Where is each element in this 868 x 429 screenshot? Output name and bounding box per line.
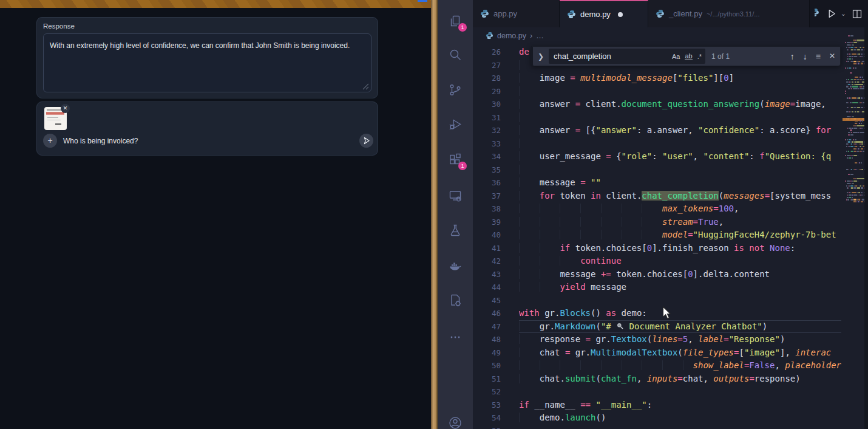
testing-icon[interactable] (448, 223, 463, 238)
python-icon (567, 10, 576, 19)
code-line-55[interactable]: 55 (473, 425, 868, 429)
whole-word-toggle[interactable]: ab (685, 52, 692, 60)
add-file-button[interactable]: + (43, 134, 57, 148)
breadcrumb[interactable]: demo.py › … (473, 27, 868, 44)
pane-divider[interactable] (431, 0, 438, 429)
tab-demo-py[interactable]: demo.py (560, 0, 648, 27)
code-line-51[interactable]: 51 chat.submit(chat_fn, inputs=chat, out… (473, 372, 868, 386)
vscode-window: 1 1 (438, 0, 868, 429)
explorer-icon[interactable]: 1 (448, 14, 463, 29)
run-dropdown-chevron[interactable]: ⌄ (841, 10, 846, 18)
code-line-42[interactable]: 42 continue (473, 255, 868, 268)
python-icon (486, 32, 493, 39)
response-label: Response (43, 22, 75, 30)
code-line-43[interactable]: 43 message += token.choices[0].delta.con… (473, 268, 868, 281)
code-line-45[interactable]: 45 (473, 294, 868, 307)
find-query[interactable]: chat_completion (554, 52, 667, 61)
resize-handle-icon[interactable] (362, 83, 369, 90)
response-block: Response With an extremely high level of… (36, 17, 378, 98)
code-line-28[interactable]: 28 image = multimodal_message["files"][0… (473, 72, 868, 85)
code-line-53[interactable]: 53if __name__ == "__main__": (473, 399, 868, 412)
python-icon (480, 9, 489, 18)
code-line-52[interactable]: 52 (473, 385, 868, 399)
tab-label: demo.py (580, 10, 611, 19)
editor-actions: ⌄ (815, 0, 868, 27)
code-line-34[interactable]: 34 user_message = {"role": "user", "cont… (473, 150, 868, 163)
make-tools-icon[interactable] (448, 293, 463, 307)
modified-dot[interactable] (618, 12, 623, 17)
find-in-selection-button[interactable]: ≡ (816, 52, 821, 61)
activity-bar: 1 1 (438, 0, 473, 429)
code-line-47[interactable]: 47 gr.Markdown("# Document Analyzer Chat… (473, 320, 868, 334)
code-editor[interactable]: 26de27 28 image = multimodal_message["fi… (473, 44, 868, 429)
code-line-44[interactable]: 44 yield message (473, 281, 868, 294)
minimap[interactable] (844, 27, 864, 429)
run-debug-icon[interactable] (448, 117, 463, 132)
window-chrome-strip (0, 0, 431, 8)
source-control-icon[interactable] (448, 83, 463, 97)
response-textarea[interactable]: With an extremely high level of confiden… (43, 33, 371, 92)
run-python-file-button[interactable] (827, 9, 837, 19)
code-line-50[interactable]: 50 show_label=False, placeholder= (473, 359, 868, 372)
code-line-30[interactable]: 30 answer = client.document_question_ans… (473, 98, 868, 111)
code-line-33[interactable]: 33 (473, 137, 868, 151)
code-line-48[interactable]: 48 response = gr.Textbox(lines=5, label=… (473, 333, 868, 346)
python-icon (656, 9, 665, 18)
code-line-49[interactable]: 49 chat = gr.MultimodalTextbox(file_type… (473, 346, 868, 360)
close-find-button[interactable]: ✕ (829, 52, 835, 61)
tab-label: app.py (493, 9, 517, 18)
remote-explorer-icon[interactable] (448, 188, 463, 203)
regex-toggle[interactable]: .* (697, 53, 702, 60)
code-line-32[interactable]: 32 answer = [{"answer": a.answer, "confi… (473, 124, 868, 137)
send-button[interactable] (359, 134, 373, 148)
scrollbar-track[interactable] (864, 27, 868, 429)
overflow-tab-python-icon (815, 8, 821, 19)
mouse-cursor (662, 306, 671, 320)
tab-bar: app.py demo.py _client.py ~/.../python3.… (473, 0, 868, 27)
next-match-button[interactable]: ↓ (803, 52, 807, 61)
toggle-replace-chevron[interactable]: ❯ (538, 52, 544, 61)
code-line-36[interactable]: 36 message = "" (473, 176, 868, 190)
code-line-35[interactable]: 35 (473, 163, 868, 177)
code-line-38[interactable]: 38 max_tokens=100, (473, 202, 868, 216)
response-text: With an extremely high level of confiden… (50, 41, 350, 50)
tab-app-py[interactable]: app.py (473, 0, 560, 27)
match-case-toggle[interactable]: Aa (672, 53, 680, 60)
tab-description: ~/.../python3.11/... (707, 10, 760, 18)
extensions-icon[interactable]: 1 (448, 153, 463, 167)
tab-client-py[interactable]: _client.py ~/.../python3.11/... (648, 0, 810, 27)
chrome-artifact (418, 0, 427, 2)
code-line-37[interactable]: 37 for token in client.chat_completion(m… (473, 190, 868, 203)
code-line-31[interactable]: 31 (473, 111, 868, 125)
find-input[interactable]: chat_completion Aa ab .* (549, 49, 705, 64)
editor-zone: app.py demo.py _client.py ~/.../python3.… (473, 0, 868, 429)
code-line-41[interactable]: 41 if token.choices[0].finish_reason is … (473, 242, 868, 255)
previous-match-button[interactable]: ↑ (790, 52, 795, 61)
search-icon[interactable] (448, 47, 463, 62)
tab-label: _client.py (669, 9, 702, 18)
split-editor-button[interactable] (852, 9, 862, 19)
code-line-39[interactable]: 39 stream=True, (473, 216, 868, 229)
code-line-40[interactable]: 40 model="HuggingFaceH4/zephyr-7b-bet (473, 228, 868, 242)
code-line-29[interactable]: 29 (473, 85, 868, 98)
account-icon[interactable] (448, 416, 463, 429)
find-results: 1 of 1 (711, 52, 730, 61)
chat-input-block: ✕ + Who is being invoiced? (36, 101, 378, 156)
breadcrumb-separator: › (530, 32, 532, 40)
breadcrumb-file[interactable]: demo.py (497, 32, 526, 40)
find-widget: ❯ chat_completion Aa ab .* 1 of 1 ↑ ↓ ≡ … (531, 46, 841, 66)
docker-icon[interactable] (448, 258, 463, 273)
more-views-icon[interactable] (448, 330, 463, 345)
extensions-badge: 1 (458, 162, 467, 170)
send-icon (359, 134, 373, 148)
code-line-54[interactable]: 54 demo.launch() (473, 411, 868, 425)
explorer-badge: 1 (458, 23, 467, 32)
gradio-app-pane: Response With an extremely high level of… (0, 0, 431, 429)
remove-attachment-button[interactable]: ✕ (61, 104, 70, 113)
chat-input[interactable]: Who is being invoiced? (63, 137, 138, 145)
breadcrumb-more[interactable]: … (536, 32, 544, 40)
